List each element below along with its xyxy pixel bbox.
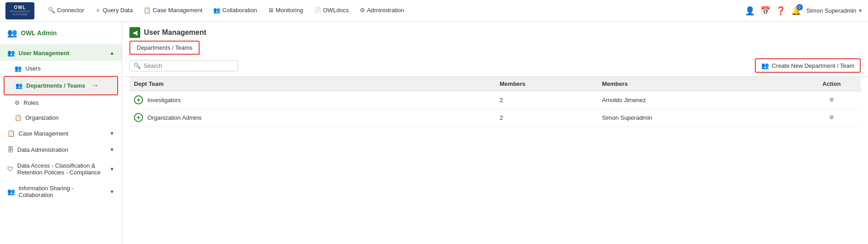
expand-row-button[interactable]: +	[134, 113, 143, 122]
active-arrow: →	[91, 81, 99, 90]
user-name: Simon Superadmin	[806, 7, 857, 14]
logo[interactable]: OWL INTELLIGENCEPLATFORM	[5, 2, 34, 19]
main-layout: 👥 OWL Admin 👥 User Management ▲ 👥 Users …	[0, 22, 868, 244]
nav-case-management[interactable]: 📋 Case Management	[139, 0, 207, 22]
row-action-button[interactable]: ≡	[827, 113, 836, 122]
sidebar: 👥 OWL Admin 👥 User Management ▲ 👥 Users …	[0, 22, 122, 244]
query-data-icon: ＋	[95, 6, 101, 14]
nav-connector[interactable]: 🔍 Connector	[43, 0, 89, 22]
col-header-members1: Members	[495, 77, 597, 91]
expand-row-button[interactable]: +	[134, 95, 143, 104]
nav-owldocs[interactable]: 📄 OWLdocs	[310, 0, 353, 22]
connector-icon: 🔍	[48, 7, 55, 14]
sidebar-header-icon: 👥	[7, 28, 17, 38]
logo-subtext: INTELLIGENCEPLATFORM	[10, 10, 29, 16]
user-management-arrow: ▲	[110, 50, 114, 56]
monitoring-icon: 🖥	[268, 7, 274, 14]
logo-text: OWL	[14, 5, 26, 10]
cell-members-count: 2	[495, 91, 597, 109]
data-admin-label: Data Administration	[17, 146, 68, 153]
create-btn-icon: 👥	[761, 62, 769, 69]
organization-label: Organization	[25, 114, 59, 121]
nav-connector-label: Connector	[57, 7, 84, 14]
sidebar-header: 👥 OWL Admin	[0, 22, 122, 45]
info-sharing-arrow: ▼	[110, 189, 114, 194]
col-header-members2: Members	[597, 77, 802, 91]
sidebar-item-data-administration[interactable]: 🗄 Data Administration ▼	[0, 141, 122, 158]
cell-action: ≡	[802, 91, 861, 109]
table-header-row: Dept Team Members Members Action	[129, 77, 861, 91]
data-access-label: Data Access - Classification & Retention…	[17, 162, 110, 176]
nav-administration[interactable]: ⚙ Administration	[355, 0, 409, 22]
sidebar-item-info-sharing[interactable]: 👥 Information Sharing - Collaboration ▼	[0, 180, 122, 203]
table-row: + Organization Admins 2 Simon Superadmin…	[129, 109, 861, 127]
row-action-button[interactable]: ≡	[827, 95, 836, 105]
info-sharing-label: Information Sharing - Collaboration	[19, 185, 110, 198]
users-label: Users	[25, 65, 41, 72]
administration-icon: ⚙	[360, 7, 365, 14]
top-navigation: OWL INTELLIGENCEPLATFORM 🔍 Connector ＋ Q…	[0, 0, 868, 22]
tab-departments-teams[interactable]: Departments / Teams	[129, 41, 200, 55]
dept-name: Investigators	[148, 97, 181, 103]
sidebar-item-users[interactable]: 👥 Users	[0, 61, 122, 76]
col-header-action: Action	[802, 77, 861, 91]
nav-owldocs-label: OWLdocs	[323, 7, 349, 14]
organization-icon: 📋	[14, 114, 22, 121]
calendar-icon[interactable]: 📅	[760, 6, 770, 16]
nav-collaboration-label: Collaboration	[222, 7, 257, 14]
table-body: + Investigators 2 Arnoldo Jimenez ≡ + Or…	[129, 91, 861, 127]
sidebar-item-user-management[interactable]: 👥 User Management ▲	[0, 45, 122, 61]
search-input[interactable]	[143, 62, 234, 69]
tabs-row: Departments / Teams	[122, 38, 868, 55]
user-menu[interactable]: Simon Superadmin ▼	[806, 7, 863, 14]
data-access-arrow: ▼	[110, 166, 114, 172]
data-access-icon: 🛡	[7, 165, 14, 173]
data-admin-icon: 🗄	[7, 146, 14, 153]
owldocs-icon: 📄	[314, 7, 321, 14]
collaboration-icon: 👥	[213, 7, 220, 14]
info-sharing-icon: 👥	[7, 188, 15, 195]
nav-monitoring-label: Monitoring	[276, 7, 303, 14]
col-header-dept-team: Dept Team	[129, 77, 495, 91]
nav-query-data[interactable]: ＋ Query Data	[91, 0, 137, 22]
nav-right-icons: 👤 📅 ❓ 🔔 0 Simon Superadmin ▼	[745, 6, 863, 16]
sidebar-header-title: OWL Admin	[21, 29, 57, 37]
user-menu-arrow: ▼	[858, 8, 863, 13]
departments-teams-box: 👥 Departments / Teams →	[4, 76, 118, 95]
nav-query-data-label: Query Data	[103, 7, 133, 14]
case-mgmt-sidebar-icon: 📋	[7, 130, 15, 137]
notification-count: 0	[796, 4, 803, 10]
sidebar-item-departments-teams[interactable]: 👥 Departments / Teams →	[5, 77, 117, 94]
table-wrap: Dept Team Members Members Action + Inves…	[122, 77, 868, 244]
toolbar: 🔍 👥 Create New Department / Team	[122, 55, 868, 77]
create-new-dept-team-button[interactable]: 👥 Create New Department / Team	[755, 58, 861, 73]
cell-member-name: Simon Superadmin	[597, 109, 802, 127]
nav-administration-label: Administration	[367, 7, 404, 14]
page-title: User Management	[144, 28, 206, 37]
collapse-sidebar-button[interactable]: ◀	[129, 27, 140, 38]
user-management-label: User Management	[19, 50, 69, 56]
nav-case-management-label: Case Management	[153, 7, 202, 14]
page-header: ◀ User Management	[122, 22, 868, 38]
sidebar-item-case-management[interactable]: 📋 Case Management ▼	[0, 125, 122, 141]
sidebar-item-roles[interactable]: ⚙ Roles	[0, 95, 122, 110]
case-mgmt-sidebar-label: Case Management	[19, 130, 68, 137]
cell-member-name: Arnoldo Jimenez	[597, 91, 802, 109]
create-btn-label: Create New Department / Team	[772, 62, 854, 69]
profile-icon[interactable]: 👤	[745, 6, 755, 16]
nav-monitoring[interactable]: 🖥 Monitoring	[263, 0, 308, 22]
help-icon[interactable]: ❓	[776, 6, 786, 16]
case-mgmt-arrow: ▼	[110, 131, 114, 136]
cell-dept-name: + Organization Admins	[129, 109, 495, 127]
table-row: + Investigators 2 Arnoldo Jimenez ≡	[129, 91, 861, 109]
departments-table: Dept Team Members Members Action + Inves…	[129, 77, 861, 127]
cell-dept-name: + Investigators	[129, 91, 495, 109]
search-box[interactable]: 🔍	[129, 60, 238, 71]
roles-icon: ⚙	[14, 99, 20, 106]
nav-collaboration[interactable]: 👥 Collaboration	[209, 0, 262, 22]
main-content: ◀ User Management Departments / Teams 🔍 …	[122, 22, 868, 244]
sidebar-item-organization[interactable]: 📋 Organization	[0, 110, 122, 125]
notification-bell[interactable]: 🔔 0	[791, 6, 801, 16]
sidebar-item-data-access[interactable]: 🛡 Data Access - Classification & Retenti…	[0, 158, 122, 180]
roles-label: Roles	[24, 99, 38, 106]
